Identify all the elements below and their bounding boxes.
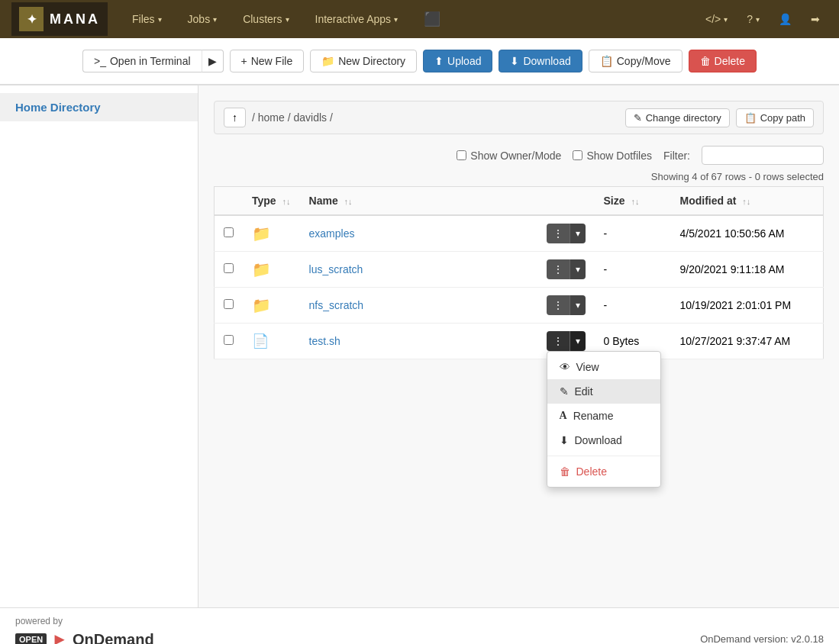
- col-select: [215, 187, 244, 216]
- size-examples: -: [595, 215, 671, 252]
- name-sort-icon[interactable]: ↑↓: [344, 197, 353, 206]
- file-link-lus-scratch[interactable]: lus_scratch: [309, 263, 363, 275]
- upload-icon: ⬆: [434, 55, 444, 67]
- filters-row: Show Owner/Mode Show Dotfiles Filter:: [214, 146, 824, 165]
- user-icon: 👤: [779, 13, 792, 25]
- table-row: 📁 lus_scratch ⋮ ▾ - 9/20/2021 9:11:18 AM: [215, 252, 824, 288]
- copy-move-button[interactable]: 📋 Copy/Move: [589, 50, 682, 72]
- code-caret-icon: ▾: [724, 15, 728, 24]
- help-icon-btn[interactable]: ? ▾: [739, 8, 767, 30]
- terminal-caret-icon: ▶: [208, 55, 217, 67]
- context-menu-view[interactable]: 👁 View: [547, 355, 660, 379]
- user-icon-btn[interactable]: 👤: [771, 8, 799, 30]
- col-name: Name ↑↓: [300, 187, 537, 216]
- modified-sort-icon[interactable]: ↑↓: [742, 197, 750, 206]
- action-group-nfs-scratch: ⋮ ▾: [547, 295, 586, 315]
- context-menu-delete[interactable]: 🗑 Delete: [547, 459, 660, 484]
- file-link-test-sh[interactable]: test.sh: [309, 335, 340, 347]
- type-sort-icon[interactable]: ↑↓: [282, 197, 291, 206]
- action-btn-nfs-scratch[interactable]: ⋮: [547, 295, 570, 315]
- sidebar-item-home-directory[interactable]: Home Directory: [0, 93, 198, 121]
- action-btn-lus-scratch[interactable]: ⋮: [547, 259, 570, 279]
- delete-menu-icon: 🗑: [560, 465, 570, 478]
- change-directory-button[interactable]: ✎ Change directory: [625, 108, 730, 127]
- col-actions: [537, 187, 595, 216]
- action-btn-examples[interactable]: ⋮: [547, 224, 570, 243]
- clusters-caret-icon: ▾: [286, 15, 289, 24]
- help-caret-icon: ▾: [756, 15, 760, 24]
- edit-icon: ✎: [560, 385, 569, 398]
- jobs-caret-icon: ▾: [213, 15, 217, 24]
- row-checkbox-nfs-scratch[interactable]: [224, 299, 234, 309]
- open-terminal-group: >_ Open in Terminal ▶: [82, 50, 224, 72]
- new-directory-icon: 📁: [321, 55, 334, 67]
- action-group-test-sh: ⋮ ▾ 👁 View ✎ Edit: [547, 331, 586, 351]
- content-area: Home Directory ↑ / home / davidls / ✎ Ch…: [0, 85, 839, 607]
- action-btn-caret-examples[interactable]: ▾: [570, 224, 586, 243]
- menu-divider: [547, 456, 660, 456]
- context-menu-edit[interactable]: ✎ Edit: [547, 379, 660, 404]
- show-dotfiles-label[interactable]: Show Dotfiles: [573, 150, 652, 162]
- path-up-button[interactable]: ↑: [224, 108, 246, 127]
- context-menu-download[interactable]: ⬇ Download: [547, 428, 660, 452]
- brand-icon: ✦: [19, 7, 44, 31]
- ondemand-logo: OPEN ► OnDemand: [15, 630, 302, 644]
- brand-logo[interactable]: ✦ MANA: [11, 2, 108, 36]
- context-menu-rename[interactable]: A Rename: [547, 404, 660, 428]
- size-sort-icon[interactable]: ↑↓: [631, 197, 639, 206]
- logout-icon-btn[interactable]: ➡: [803, 8, 828, 30]
- open-terminal-caret-button[interactable]: ▶: [202, 50, 224, 72]
- col-size: Size ↑↓: [595, 187, 671, 216]
- copy-move-icon: 📋: [600, 55, 613, 67]
- download-menu-icon: ⬇: [560, 434, 569, 446]
- col-modified: Modified at ↑↓: [671, 187, 824, 216]
- nav-clusters[interactable]: Clusters ▾: [234, 8, 298, 30]
- upload-button[interactable]: ⬆ Upload: [423, 50, 492, 72]
- filter-label: Filter:: [663, 150, 690, 162]
- action-btn-caret-nfs-scratch[interactable]: ▾: [570, 295, 586, 315]
- show-owner-mode-label[interactable]: Show Owner/Mode: [457, 150, 561, 162]
- modified-examples: 4/5/2021 10:50:56 AM: [671, 215, 824, 252]
- nav-interactive-apps[interactable]: Interactive Apps ▾: [306, 8, 408, 30]
- row-checkbox-examples[interactable]: [224, 227, 234, 237]
- show-dotfiles-checkbox[interactable]: [573, 150, 582, 160]
- folder-icon: 📁: [252, 225, 271, 242]
- nav-sessions-icon[interactable]: ⬛: [415, 6, 450, 32]
- code-icon-btn[interactable]: </> ▾: [698, 8, 735, 30]
- new-file-button[interactable]: + New File: [230, 50, 305, 72]
- filter-input[interactable]: [702, 146, 824, 165]
- code-icon: </>: [705, 13, 721, 25]
- copy-icon: 📋: [744, 112, 757, 124]
- navbar: ✦ MANA Files ▾ Jobs ▾ Clusters ▾ Interac…: [0, 0, 839, 38]
- file-table: Type ↑↓ Name ↑↓ Size ↑↓ Modified at ↑↓: [214, 186, 824, 359]
- row-checkbox-lus-scratch[interactable]: [224, 263, 234, 273]
- file-link-nfs-scratch[interactable]: nfs_scratch: [309, 299, 364, 311]
- new-directory-button[interactable]: 📁 New Directory: [310, 50, 417, 72]
- footer-version: OnDemand version: v2.0.18: [700, 633, 824, 645]
- delete-button[interactable]: 🗑 Delete: [689, 50, 757, 72]
- file-link-examples[interactable]: examples: [309, 227, 355, 240]
- action-btn-caret-test-sh[interactable]: ▾: [570, 331, 586, 351]
- col-type: Type ↑↓: [243, 187, 300, 216]
- row-checkbox-test-sh[interactable]: [224, 335, 234, 345]
- file-icon: 📄: [252, 333, 269, 349]
- nav-jobs[interactable]: Jobs ▾: [179, 8, 227, 30]
- new-file-icon: +: [241, 55, 247, 67]
- show-owner-mode-checkbox[interactable]: [457, 150, 466, 160]
- help-icon: ?: [747, 13, 753, 25]
- size-nfs-scratch: -: [595, 288, 671, 324]
- action-btn-caret-lus-scratch[interactable]: ▾: [570, 259, 586, 279]
- logout-icon: ➡: [811, 13, 820, 25]
- view-icon: 👁: [560, 361, 570, 373]
- table-row: 📁 examples ⋮ ▾ - 4/5/2021 10:50:56 AM: [215, 215, 824, 252]
- action-btn-test-sh[interactable]: ⋮: [547, 331, 570, 351]
- path-bar: ↑ / home / davidls / ✎ Change directory …: [214, 101, 824, 134]
- table-row: 📁 nfs_scratch ⋮ ▾ - 10/19/2021 2:01:01 P…: [215, 288, 824, 324]
- nav-files[interactable]: Files ▾: [123, 8, 171, 30]
- modified-lus-scratch: 9/20/2021 9:11:18 AM: [671, 252, 824, 288]
- footer: powered by OPEN ► OnDemand https://uhhpc…: [0, 607, 839, 644]
- download-button[interactable]: ⬇ Download: [499, 50, 582, 72]
- open-terminal-button[interactable]: >_ Open in Terminal: [82, 50, 202, 72]
- copy-path-button[interactable]: 📋 Copy path: [736, 108, 814, 127]
- folder-icon: 📁: [252, 261, 271, 278]
